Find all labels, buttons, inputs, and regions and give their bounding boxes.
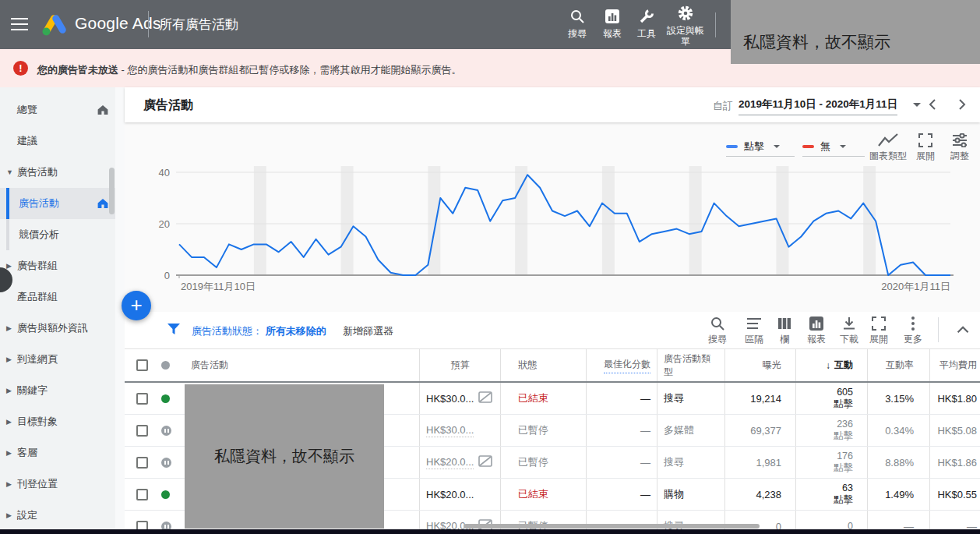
status-filter-dot-icon[interactable] [161, 361, 170, 370]
sidebar-item-4[interactable]: 競價分析 [0, 219, 115, 250]
filter-funnel-icon [167, 323, 181, 335]
budget-cell[interactable]: HK$20.0... [419, 479, 500, 510]
sidebar-scrollbar-thumb[interactable] [109, 168, 115, 214]
menu-icon[interactable] [11, 18, 28, 30]
row-checkbox[interactable] [136, 393, 148, 405]
table-tool-reports-active[interactable]: 報表 [799, 316, 834, 346]
impressions-cell: 1,981 [724, 447, 795, 478]
add-campaign-fab[interactable]: + [122, 291, 151, 320]
filter-status-chip[interactable]: 廣告活動狀態： 所有未移除的 [192, 324, 326, 338]
budget-value[interactable]: HK$30.0... [426, 424, 474, 437]
header-impressions[interactable]: 曝光 [724, 349, 795, 381]
status-paused-icon[interactable] [161, 458, 171, 468]
sidebar-item-2[interactable]: ▼廣告活動 [0, 157, 115, 188]
header-budget[interactable]: 預算 [419, 349, 500, 381]
rate-cell: 3.15% [867, 383, 929, 414]
date-prev-icon[interactable] [924, 95, 943, 114]
header-campaign[interactable]: 廣告活動 [185, 349, 419, 381]
budget-value[interactable]: HK$30.0... [426, 393, 474, 405]
interactions-unit: 點擊 [834, 398, 853, 410]
budget-cell[interactable]: HK$30.0... [419, 383, 500, 414]
sidebar-item-label: 競價分析 [19, 228, 59, 242]
topbar-action-tools[interactable]: 工具 [625, 6, 668, 39]
filter-status-label: 廣告活動狀態： [192, 325, 263, 337]
date-range-picker[interactable]: 2019年11月10日 - 2020年1月11日 [739, 97, 897, 115]
header-interactions-label: 互動 [834, 359, 853, 372]
sidebar-item-1[interactable]: 建議 [0, 126, 115, 157]
state-cell: 已結束 [500, 383, 586, 414]
budget-cell[interactable]: HK$20.0... [419, 447, 500, 478]
select-all-checkbox[interactable] [136, 359, 148, 371]
x-start-label: 2019年11月10日 [181, 281, 256, 292]
status-ended-dot-icon[interactable] [161, 490, 170, 499]
interactions-unit: 點擊 [834, 494, 853, 506]
status-ended-dot-icon[interactable] [161, 394, 170, 403]
sidebar-item-11[interactable]: ▶客層 [0, 437, 115, 469]
cost-cell: HK$1.86 [929, 447, 980, 478]
header-type[interactable]: 廣告活動類型 [657, 349, 724, 381]
rate-cell: 1.49% [867, 479, 929, 510]
sidebar-item-9[interactable]: ▶關鍵字 [0, 375, 115, 406]
row-checkbox[interactable] [136, 425, 148, 437]
impressions-cell: 69,377 [724, 415, 795, 446]
performance-chart-section: 點擊 無 圖表類型 展開 調整 020402019年11月10日2020年1月1… [125, 122, 980, 312]
sidebar-item-8[interactable]: ▶到達網頁 [0, 344, 115, 375]
budget-value[interactable]: HK$20.0... [426, 456, 474, 469]
collapse-chevron-icon[interactable] [952, 320, 972, 340]
date-next-icon[interactable] [952, 95, 971, 114]
sidebar-nav: 總覽建議▼廣告活動廣告活動競價分析▶廣告群組產品群組▶廣告與額外資訊▶到達網頁▶… [0, 87, 125, 534]
impressions-cell: 19,214 [724, 383, 795, 414]
alert-body: - 您的廣告活動和廣告群組都已暫停或移除，需將其啟用才能開始顯示廣告。 [118, 64, 462, 76]
header-cost[interactable]: 平均費用 [929, 349, 980, 381]
row-checkbox[interactable] [136, 457, 148, 469]
topbar-divider-right [715, 12, 716, 37]
table-tool-label: 展開 [862, 333, 896, 346]
type-cell: 搜尋 [657, 383, 724, 414]
table-tool-search[interactable]: 搜尋 [700, 316, 735, 346]
interactions-value: 63 [842, 483, 853, 494]
header-rate[interactable]: 互動率 [867, 349, 929, 381]
topbar-action-settings[interactable]: 設定與帳單 [664, 3, 707, 47]
chevron-right-icon: ▶ [6, 262, 12, 270]
date-caret-icon[interactable] [913, 103, 921, 107]
budget-cell[interactable]: HK$30.0... [419, 415, 500, 446]
status-paused-icon[interactable] [161, 426, 171, 436]
sidebar-item-12[interactable]: ▶刊登位置 [0, 469, 115, 500]
interactions-cell: 605 點擊 [795, 383, 867, 414]
home-icon [97, 197, 109, 211]
table-tool-label: 欄 [767, 333, 802, 346]
toolbar-divider [938, 317, 939, 342]
sidebar-item-13[interactable]: ▶設定 [0, 500, 115, 531]
sidebar-item-label: 目標對象 [17, 415, 58, 429]
horizontal-scrollbar-thumb[interactable] [464, 524, 760, 529]
chevron-right-icon: ▶ [6, 418, 12, 426]
sidebar-item-7[interactable]: ▶廣告與額外資訊 [0, 313, 115, 344]
settings-icon [664, 3, 707, 23]
page-header: 廣告活動 自訂 2019年11月10日 - 2020年1月11日 [125, 87, 980, 122]
sidebar-item-5[interactable]: ▶廣告群組 [0, 250, 115, 281]
privacy-overlay-account: 私隱資料，故不顯示 [731, 0, 980, 64]
header-opt-score[interactable]: 最佳化分數 [586, 349, 657, 381]
impressions-cell: 4,238 [724, 479, 795, 510]
date-mode-label: 自訂 [713, 99, 733, 113]
header-interactions-sorted[interactable]: ↓ 互動 [795, 349, 867, 381]
table-tool-expand[interactable]: 展開 [862, 316, 896, 346]
add-filter-button[interactable]: 新增篩選器 [343, 324, 393, 338]
sidebar-item-label: 關鍵字 [17, 384, 48, 398]
alert-title: 您的廣告皆未放送 [37, 64, 118, 76]
chevron-right-icon: ▶ [6, 387, 12, 394]
sidebar-item-label: 到達網頁 [17, 352, 58, 366]
sidebar-item-3[interactable]: 廣告活動 [0, 188, 115, 219]
table-tool-columns[interactable]: 欄 [767, 316, 802, 346]
type-cell: 購物 [657, 479, 724, 510]
sidebar-item-0[interactable]: 總覽 [0, 94, 115, 126]
weekend-band [602, 166, 615, 275]
table-tool-more[interactable]: 更多 [896, 316, 930, 346]
row-checkbox[interactable] [136, 489, 148, 500]
sidebar-item-6[interactable]: 產品群組 [0, 281, 115, 313]
chevron-right-icon: ▶ [6, 324, 12, 332]
header-state[interactable]: 狀態 [500, 349, 586, 381]
budget-value[interactable]: HK$20.0... [426, 489, 474, 500]
sidebar-item-10[interactable]: ▶目標對象 [0, 406, 115, 437]
table-tool-segment[interactable]: 區隔 [737, 316, 771, 346]
